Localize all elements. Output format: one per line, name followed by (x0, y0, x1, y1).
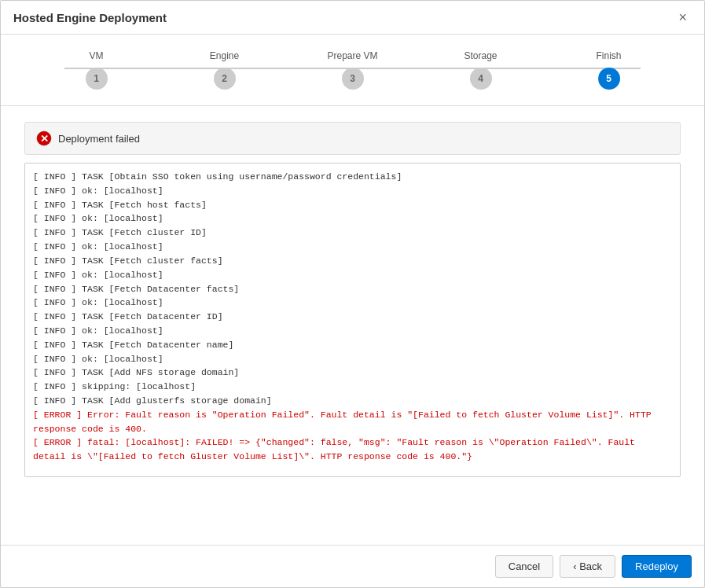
cancel-button[interactable]: Cancel (495, 555, 553, 578)
log-line: [ ERROR ] fatal: [localhost]: FAILED! =>… (33, 435, 672, 464)
log-line: [ INFO ] TASK [Fetch cluster facts] (33, 254, 672, 268)
step-5-circle: 5 (598, 68, 620, 90)
log-line: [ INFO ] TASK [Fetch Datacenter name] (33, 338, 672, 352)
log-line: [ INFO ] TASK [Fetch Datacenter ID] (33, 310, 672, 324)
step-4: Storage4 (417, 50, 545, 90)
close-button[interactable]: × (674, 9, 692, 26)
step-2-label: Engine (210, 50, 239, 61)
redeploy-button[interactable]: Redeploy (622, 555, 692, 578)
svg-text:✕: ✕ (40, 133, 49, 145)
stepper-section: VM1Engine2Prepare VM3Storage4Finish5 (1, 35, 704, 106)
alert-bar: ✕ Deployment failed (24, 122, 681, 155)
dialog-content: ✕ Deployment failed [ INFO ] TASK [Obtai… (1, 106, 704, 545)
step-4-label: Storage (464, 50, 497, 61)
log-line: [ INFO ] ok: [localhost] (33, 268, 672, 282)
log-line: [ ERROR ] Error: Fault reason is "Operat… (33, 408, 672, 436)
log-line: [ INFO ] TASK [Fetch Datacenter facts] (33, 282, 672, 296)
dialog-title: Hosted Engine Deployment (13, 11, 167, 24)
step-2-circle: 2 (214, 68, 236, 90)
stepper: VM1Engine2Prepare VM3Storage4Finish5 (32, 50, 673, 90)
error-icon: ✕ (36, 130, 52, 146)
log-line: [ INFO ] TASK [Add NFS storage domain] (33, 366, 672, 380)
log-line: [ INFO ] TASK [Fetch host facts] (33, 198, 672, 212)
back-button[interactable]: ‹ Back (560, 555, 615, 578)
hosted-engine-deployment-dialog: Hosted Engine Deployment × VM1Engine2Pre… (0, 0, 705, 588)
step-3-circle: 3 (342, 68, 364, 90)
step-1-circle: 1 (86, 68, 108, 90)
dialog-footer: Cancel ‹ Back Redeploy (1, 545, 704, 587)
step-2: Engine2 (160, 50, 288, 90)
step-4-circle: 4 (470, 68, 492, 90)
log-line: [ INFO ] skipping: [localhost] (33, 380, 672, 394)
log-line: [ INFO ] TASK [Fetch cluster ID] (33, 226, 672, 240)
log-line: [ INFO ] ok: [localhost] (33, 240, 672, 254)
log-line: [ INFO ] ok: [localhost] (33, 184, 672, 198)
log-line: [ INFO ] ok: [localhost] (33, 296, 672, 310)
log-line: [ INFO ] ok: [localhost] (33, 352, 672, 366)
dialog-header: Hosted Engine Deployment × (1, 1, 704, 35)
step-3-label: Prepare VM (327, 50, 377, 61)
step-3: Prepare VM3 (288, 50, 417, 90)
step-5-label: Finish (596, 50, 621, 61)
step-1-label: VM (90, 50, 104, 61)
step-5: Finish5 (545, 50, 673, 90)
step-1: VM1 (32, 50, 160, 90)
log-line: [ INFO ] TASK [Add glusterfs storage dom… (33, 394, 672, 408)
log-line: [ INFO ] TASK [Obtain SSO token using us… (33, 170, 672, 184)
log-line: [ INFO ] ok: [localhost] (33, 211, 672, 226)
alert-text: Deployment failed (58, 133, 140, 145)
log-area[interactable]: [ INFO ] TASK [Obtain SSO token using us… (24, 163, 681, 477)
log-line: [ INFO ] ok: [localhost] (33, 324, 672, 338)
